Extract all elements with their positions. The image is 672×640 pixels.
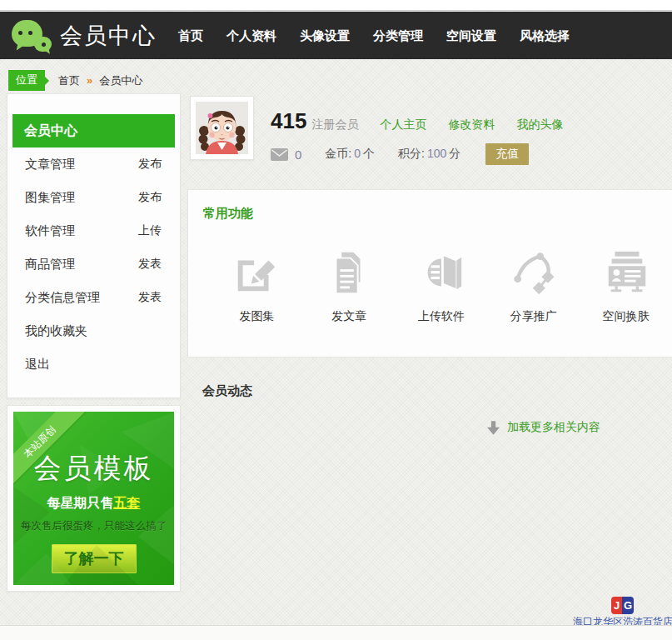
user-name: 415	[271, 108, 306, 134]
sidebar-item-label: 商品管理	[25, 257, 75, 272]
sidebar-item-label: 软件管理	[25, 223, 75, 239]
mail-icon[interactable]	[271, 148, 288, 161]
function-label: 发文章	[303, 309, 396, 324]
sidebar-item-action[interactable]: 发表	[138, 257, 162, 272]
function-label: 上传软件	[396, 309, 488, 324]
breadcrumb-separator: »	[87, 74, 92, 87]
user-role: 注册会员	[311, 118, 358, 132]
location-tag: 位置	[8, 70, 45, 91]
user-identity-row: 415 注册会员 个人主页 修改资料 我的头像	[271, 108, 563, 134]
share-icon	[510, 248, 558, 297]
mail-count[interactable]: 0	[295, 148, 301, 162]
coin-value: 0	[354, 147, 361, 160]
sidebar-item-label: 文章管理	[25, 157, 75, 172]
avatar-girl-illustration	[196, 102, 248, 154]
nav-item-home[interactable]: 首页	[167, 12, 215, 59]
sidebar-item-action[interactable]: 发表	[138, 290, 162, 305]
breadcrumb-current: 会员中心	[99, 73, 142, 88]
function-label: 分享推广	[487, 309, 580, 324]
top-strip	[0, 0, 672, 11]
sidebar-menu: 会员中心 文章管理 发布 图集管理 发布 软件管理 上传 商品管理 发表 分类信…	[7, 93, 181, 398]
function-label: 空间换肤	[580, 309, 672, 324]
main-nav: 首页 个人资料 头像设置 分类管理 空间设置 风格选择	[167, 12, 581, 59]
common-functions-panel: 常用功能 发图集 发文章	[187, 189, 672, 358]
breadcrumb-home[interactable]: 首页	[58, 73, 80, 88]
sidebar-item-goods[interactable]: 商品管理 发表	[7, 248, 180, 281]
down-arrow-icon	[487, 421, 500, 435]
user-link-edit-profile[interactable]: 修改资料	[448, 118, 495, 132]
nav-item-style-select[interactable]: 风格选择	[508, 12, 581, 59]
function-item-upload-software[interactable]: 上传软件	[396, 243, 488, 324]
jg-logo-left: J	[611, 597, 622, 614]
sidebar-item-articles[interactable]: 文章管理 发布	[7, 148, 180, 181]
site-title: 会员中心	[60, 21, 157, 51]
upload-software-icon	[417, 248, 465, 297]
function-label: 发图集	[211, 309, 303, 324]
user-link-my-avatar[interactable]: 我的头像	[516, 118, 563, 132]
function-item-share-promote[interactable]: 分享推广	[487, 243, 580, 324]
skin-card-icon	[602, 248, 650, 297]
user-avatar[interactable]	[190, 96, 254, 160]
promo-card[interactable]: 本站原创 会员模板 每星期只售五套 每次售后很蛋疼，只能这么搞了 了解一下	[13, 412, 174, 585]
nav-item-profile[interactable]: 个人资料	[215, 12, 288, 59]
sidebar-item-galleries[interactable]: 图集管理 发布	[7, 181, 180, 214]
sidebar-item-software[interactable]: 软件管理 上传	[7, 214, 180, 248]
edit-square-icon	[232, 248, 281, 297]
nav-item-category-manage[interactable]: 分类管理	[361, 12, 435, 59]
function-item-post-article[interactable]: 发文章	[303, 243, 396, 324]
function-item-post-gallery[interactable]: 发图集	[211, 243, 303, 324]
load-more-link[interactable]: 加载更多相关内容	[487, 420, 600, 435]
breadcrumb: 位置 首页 » 会员中心	[8, 70, 142, 91]
nav-item-space-settings[interactable]: 空间设置	[435, 12, 508, 59]
functions-grid: 发图集 发文章 上传软件	[188, 243, 672, 324]
top-navbar: 会员中心 首页 个人资料 头像设置 分类管理 空间设置 风格选择	[0, 12, 672, 59]
sidebar-item-action[interactable]: 发布	[138, 157, 162, 172]
member-activity-title: 会员动态	[202, 383, 252, 399]
sidebar-item-member-center[interactable]: 会员中心	[12, 114, 175, 148]
sidebar-item-label: 退出	[25, 357, 50, 372]
sidebar-item-classified-info[interactable]: 分类信息管理 发表	[7, 281, 180, 314]
sidebar-item-logout[interactable]: 退出	[7, 348, 180, 381]
bottom-strip	[0, 625, 672, 640]
sidebar-item-label: 分类信息管理	[25, 290, 100, 306]
coin-stat: 金币:0个	[325, 147, 375, 162]
common-functions-title: 常用功能	[203, 206, 672, 222]
sidebar-item-action[interactable]: 上传	[138, 223, 162, 238]
user-link-homepage[interactable]: 个人主页	[380, 118, 426, 132]
load-more-label: 加载更多相关内容	[507, 420, 600, 435]
function-item-space-skin[interactable]: 空间换肤	[580, 243, 672, 324]
recharge-button[interactable]: 充值	[485, 143, 529, 165]
jg-logo[interactable]: J G	[611, 597, 634, 614]
document-icon	[325, 248, 373, 297]
promo-panel: 本站原创 会员模板 每星期只售五套 每次售后很蛋疼，只能这么搞了 了解一下	[7, 405, 181, 592]
sidebar-item-favorites[interactable]: 我的收藏夹	[7, 314, 180, 348]
nav-item-avatar-settings[interactable]: 头像设置	[288, 12, 361, 59]
score-value: 100	[427, 147, 446, 160]
sidebar-item-action[interactable]: 发布	[138, 190, 162, 205]
jg-logo-right: G	[622, 597, 634, 614]
site-logo[interactable]: 会员中心	[12, 18, 157, 54]
sidebar-item-label: 图集管理	[25, 190, 75, 206]
sidebar-item-label: 我的收藏夹	[25, 323, 87, 339]
user-stats-row: 0 金币:0个 积分:100分 充值	[271, 143, 529, 165]
wechat-bubbles-icon	[12, 18, 53, 54]
score-stat: 积分:100分	[398, 147, 460, 162]
